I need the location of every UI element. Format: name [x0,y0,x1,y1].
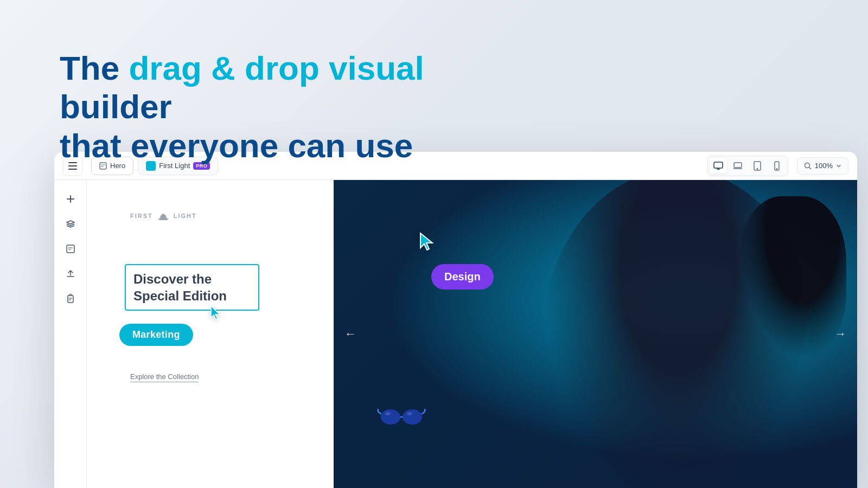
plus-icon [66,194,75,204]
svg-rect-3 [714,162,723,168]
sidebar [54,180,87,488]
svg-point-22 [381,409,400,425]
cursor-icon-right [418,232,437,255]
zoom-control[interactable]: 100% [797,157,848,175]
hamburger-icon [68,169,77,170]
main-content: FIRST LIGHT Discover the Special Edition [54,180,857,488]
cursor-icon-left [209,305,224,324]
zoom-label: 100% [815,162,833,170]
brand-name-first: FIRST [130,213,153,219]
arrow-left-btn[interactable]: ← [344,327,356,341]
explore-link[interactable]: Explore the Collection [130,373,199,382]
svg-rect-15 [67,245,74,253]
sidebar-clipboard-btn[interactable] [60,288,81,309]
hat-icon [157,211,169,220]
svg-point-25 [385,412,391,415]
sidebar-upload-btn[interactable] [60,264,81,284]
accessories-element [377,402,426,434]
device-mobile-btn[interactable] [768,158,786,174]
layers-icon [66,219,75,229]
headline-text: Discover the Special Edition [133,271,251,304]
hero-section: The drag & drop visual builder that ever… [60,49,505,165]
canvas-area: FIRST LIGHT Discover the Special Edition [87,180,857,488]
photo-overlay [334,180,857,488]
hamburger-icon [68,165,77,166]
upload-icon [66,269,75,279]
app-window: Hero First Light PRO [54,152,857,488]
page-icon [66,244,75,254]
brand-logo: FIRST LIGHT [130,211,197,220]
arrow-right-btn[interactable]: → [834,327,846,341]
svg-point-8 [757,168,757,169]
svg-rect-6 [734,163,742,168]
clipboard-icon [66,294,75,304]
design-pill[interactable]: Design [431,264,494,290]
device-laptop-btn[interactable] [729,158,746,174]
sidebar-layers-btn[interactable] [60,214,81,234]
canvas-right-panel: Design ← → [334,180,857,488]
svg-line-12 [809,167,811,169]
svg-point-11 [805,163,809,168]
hero-title-line1: The drag & drop visual builder [60,49,424,125]
hair-silhouette [738,196,846,359]
sidebar-add-btn[interactable] [60,189,81,209]
sidebar-pages-btn[interactable] [60,239,81,259]
canvas-left-panel: FIRST LIGHT Discover the Special Edition [87,180,334,488]
svg-rect-18 [68,296,73,303]
hero-title-line2: that everyone can use [60,127,413,164]
device-desktop-btn[interactable] [710,158,727,174]
svg-point-23 [403,409,422,425]
svg-point-10 [776,168,777,169]
brand-name-light: LIGHT [174,213,197,219]
device-tablet-btn[interactable] [749,158,766,174]
svg-point-26 [407,412,412,415]
marketing-pill[interactable]: Marketing [119,324,193,346]
search-icon [804,162,812,170]
device-controls [707,156,788,176]
hero-title: The drag & drop visual builder that ever… [60,49,505,165]
chevron-down-icon [836,163,841,169]
headline-text-block[interactable]: Discover the Special Edition [125,264,259,311]
